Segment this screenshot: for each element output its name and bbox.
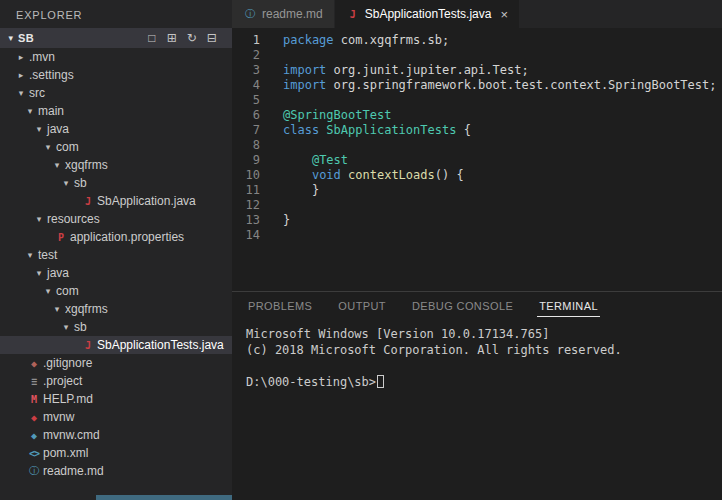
tree-item-label: SbApplicationTests.java — [95, 338, 224, 352]
tree-item-mvnw.cmd[interactable]: mvnw.cmd — [0, 426, 232, 444]
editor-area: readme.mdSbApplicationTests.java× 1packa… — [232, 0, 722, 500]
line-number: 1 — [232, 33, 260, 48]
code-text — [260, 93, 283, 108]
tree-item-resources[interactable]: ▾resources — [0, 210, 232, 228]
code-line: 11 } — [232, 183, 722, 198]
terminal-line: Microsoft Windows [Version 10.0.17134.76… — [246, 326, 722, 342]
collapse-all-icon[interactable]: ⊟ — [202, 31, 222, 45]
chevron-down-icon: ▾ — [15, 88, 27, 98]
tree-item-pom.xml[interactable]: pom.xml — [0, 444, 232, 462]
tree-item-application.properties[interactable]: application.properties — [0, 228, 232, 246]
new-file-icon[interactable]: □ — [142, 31, 162, 45]
tree-item-sb[interactable]: ▾sb — [0, 318, 232, 336]
tree-item-label: SbApplication.java — [95, 194, 196, 208]
tree-item-xgqfrms[interactable]: ▾xgqfrms — [0, 156, 232, 174]
tree-item-src[interactable]: ▾src — [0, 84, 232, 102]
chevron-down-icon: ▾ — [51, 304, 63, 314]
code-line: 9 @Test — [232, 153, 722, 168]
maven-file-icon — [27, 412, 41, 423]
code-token — [283, 153, 312, 167]
panel-tab-terminal[interactable]: TERMINAL — [537, 295, 600, 317]
info-icon — [243, 7, 257, 21]
code-text: @SpringBootTest — [260, 108, 391, 123]
tree-item-help.md[interactable]: HELP.md — [0, 390, 232, 408]
chevron-down-icon: ▾ — [24, 250, 36, 260]
tree-item-.mvn[interactable]: ▸.mvn — [0, 48, 232, 66]
line-number: 7 — [232, 123, 260, 138]
tree-item-label: xgqfrms — [63, 302, 108, 316]
explorer-sidebar: EXPLORER ▾ SB □⊞↻⊟ ▸.mvn▸.settings▾src▾m… — [0, 0, 232, 500]
code-token: com.xgqfrms.sb; — [334, 33, 450, 47]
tree-item-java[interactable]: ▾java — [0, 264, 232, 282]
tree-item-sb[interactable]: ▾sb — [0, 174, 232, 192]
tree-item-label: sb — [72, 320, 87, 334]
code-line: 10 void contextLoads() { — [232, 168, 722, 183]
code-token: import — [283, 78, 326, 92]
editor-tab-bar: readme.mdSbApplicationTests.java× — [232, 0, 722, 28]
tree-item-mvnw[interactable]: mvnw — [0, 408, 232, 426]
code-token: import — [283, 63, 326, 77]
panel-tab-problems[interactable]: PROBLEMS — [246, 295, 314, 317]
info-file-icon — [27, 464, 41, 478]
new-folder-icon[interactable]: ⊞ — [162, 31, 182, 45]
java-file-icon — [81, 340, 95, 351]
tree-item-com[interactable]: ▾com — [0, 282, 232, 300]
tree-item-readme.md[interactable]: readme.md — [0, 462, 232, 480]
code-editor[interactable]: 1package com.xgqfrms.sb;23import org.jun… — [232, 28, 722, 291]
tree-item-com[interactable]: ▾com — [0, 138, 232, 156]
panel-tab-bar: PROBLEMSOUTPUTDEBUG CONSOLETERMINAL — [232, 292, 722, 320]
tab-readme.md[interactable]: readme.md — [232, 0, 335, 28]
line-number: 12 — [232, 198, 260, 213]
tree-item-main[interactable]: ▾main — [0, 102, 232, 120]
tree-item-label: .mvn — [27, 50, 55, 64]
panel-tab-output[interactable]: OUTPUT — [336, 295, 388, 317]
tree-item-label: .gitignore — [41, 356, 92, 370]
chevron-down-icon: ▾ — [42, 286, 54, 296]
tree-item-label: readme.md — [41, 464, 104, 478]
markdown-file-icon — [27, 394, 41, 405]
tree-item-.settings[interactable]: ▸.settings — [0, 66, 232, 84]
terminal-output[interactable]: Microsoft Windows [Version 10.0.17134.76… — [232, 320, 722, 390]
chevron-down-icon: ▾ — [42, 142, 54, 152]
code-text: void contextLoads() { — [260, 168, 464, 183]
code-token: @SpringBootTest — [283, 108, 391, 122]
explorer-title: EXPLORER — [0, 0, 232, 28]
vscode-window: EXPLORER ▾ SB □⊞↻⊟ ▸.mvn▸.settings▾src▾m… — [0, 0, 722, 500]
tab-sbapplicationtests.java[interactable]: SbApplicationTests.java× — [335, 0, 520, 28]
tree-item-.project[interactable]: .project — [0, 372, 232, 390]
refresh-icon[interactable]: ↻ — [182, 31, 202, 45]
code-line: 1package com.xgqfrms.sb; — [232, 33, 722, 48]
tree-item-.gitignore[interactable]: .gitignore — [0, 354, 232, 372]
code-text: } — [260, 213, 290, 228]
tree-item-label: java — [45, 266, 69, 280]
code-line: 6@SpringBootTest — [232, 108, 722, 123]
close-icon[interactable]: × — [500, 7, 508, 22]
tab-label: readme.md — [262, 7, 323, 21]
tree-item-label: .project — [41, 374, 82, 388]
tree-item-test[interactable]: ▾test — [0, 246, 232, 264]
code-text: class SbApplicationTests { — [260, 123, 471, 138]
chevron-down-icon: ▾ — [33, 124, 45, 134]
code-text — [260, 48, 283, 63]
code-text: } — [260, 183, 319, 198]
tree-item-label: application.properties — [68, 230, 184, 244]
properties-file-icon — [54, 232, 68, 243]
panel-tab-debug-console[interactable]: DEBUG CONSOLE — [410, 295, 515, 317]
chevron-down-icon: ▾ — [60, 178, 72, 188]
code-text: @Test — [260, 153, 348, 168]
terminal-cursor[interactable] — [377, 375, 384, 388]
code-line: 12 — [232, 198, 722, 213]
cmd-file-icon — [27, 430, 41, 441]
tree-item-label: .settings — [27, 68, 74, 82]
tree-item-xgqfrms[interactable]: ▾xgqfrms — [0, 300, 232, 318]
tree-item-sbapplication.java[interactable]: SbApplication.java — [0, 192, 232, 210]
tree-item-sbapplicationtests.java[interactable]: SbApplicationTests.java — [0, 336, 232, 354]
code-text: import org.springframework.boot.test.con… — [260, 78, 717, 93]
line-number: 10 — [232, 168, 260, 183]
code-token: class — [283, 123, 319, 137]
chevron-down-icon: ▾ — [51, 160, 63, 170]
tree-item-label: resources — [45, 212, 100, 226]
horizontal-scrollbar[interactable] — [96, 495, 232, 500]
explorer-section-header[interactable]: ▾ SB □⊞↻⊟ — [0, 28, 232, 48]
tree-item-java[interactable]: ▾java — [0, 120, 232, 138]
